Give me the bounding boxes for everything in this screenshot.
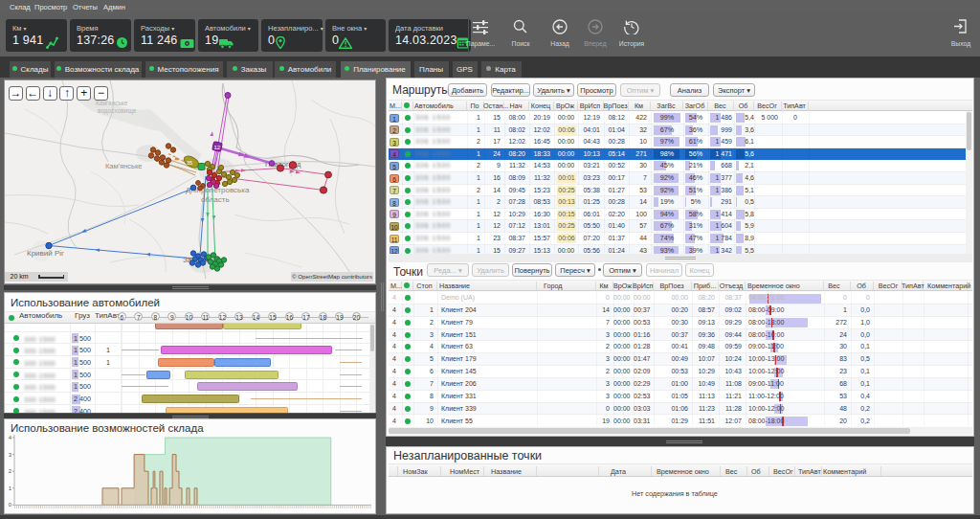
svg-text:35: 35 (187, 160, 192, 166)
svg-text:12: 12 (214, 145, 221, 150)
svg-text:2: 2 (9, 468, 12, 474)
svg-text:4: 4 (9, 435, 12, 440)
svg-text:водосховище: водосховище (98, 107, 137, 115)
svg-text:1: 1 (9, 485, 12, 491)
svg-text:область: область (201, 195, 230, 204)
svg-text:Кривий Ріг: Кривий Ріг (27, 249, 64, 258)
svg-text:Кам'янське: Кам'янське (105, 162, 143, 170)
svg-text:0: 0 (9, 502, 12, 508)
svg-text:3: 3 (9, 452, 12, 458)
svg-text:Кам'янське: Кам'янське (96, 100, 128, 106)
